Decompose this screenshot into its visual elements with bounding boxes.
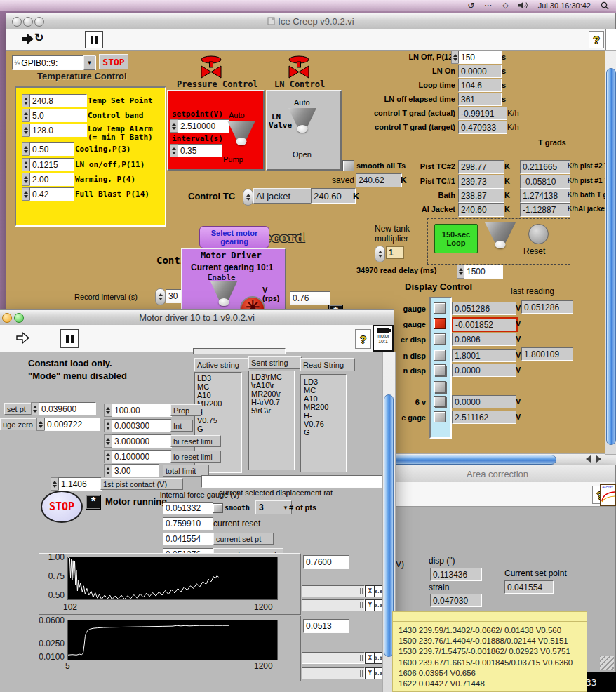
ice-titlebar[interactable]: Ice Creep v9.0.2.vi [6, 13, 615, 29]
cooling-field[interactable]: 0.50 [29, 142, 74, 156]
active-string-header[interactable]: Active string [194, 358, 250, 371]
display-row-toggle[interactable] [434, 396, 446, 407]
pump-auto-knob[interactable] [227, 121, 255, 146]
ice-vscrollbar[interactable] [605, 50, 616, 455]
minimize-button[interactable] [23, 17, 33, 27]
display-row-toggle[interactable] [434, 302, 446, 314]
ln-onoff-label: LN on/off,P(11) [75, 160, 145, 169]
motor-help-button[interactable]: ? [355, 329, 371, 349]
display-row-toggle[interactable] [434, 411, 446, 422]
vi-doc-icon [267, 17, 275, 25]
log-note[interactable]: 1430 239.59/1.3402/-0.0662/ 0.01438 V0.5… [392, 611, 587, 692]
ice-help-button[interactable]: ? [589, 31, 604, 48]
motor-titlebar[interactable]: Motor driver 10 to 1 v9.0.2.vi [0, 310, 394, 326]
ice-stop-button[interactable]: STOP [99, 54, 128, 69]
diamond-icon[interactable]: ◇ [502, 1, 508, 10]
loop-150s-button[interactable]: 150-secLoop [434, 224, 478, 253]
pist-tc2-temp: 298.77 [458, 160, 504, 174]
ln-valve-knob[interactable] [288, 108, 316, 133]
read-string-box[interactable]: LD3 MC A10 MR200 H- V0.76 G [300, 374, 347, 472]
pause-button[interactable] [60, 329, 79, 348]
display-control-title: Display Control [405, 281, 472, 292]
spaces-icon[interactable]: ⋯ [484, 1, 493, 10]
prop-field[interactable]: 100.00 [112, 404, 172, 417]
hi-reset-field[interactable]: 3.000000 [112, 434, 172, 448]
close-button[interactable] [12, 17, 22, 27]
pressure-setpoint-field[interactable]: 2.510000 [178, 119, 229, 133]
run-arrow-icon[interactable] [20, 32, 34, 46]
ln-control-title: LN Control [274, 79, 325, 89]
read-delay-label: 34970 read delay (ms) [356, 266, 436, 274]
displacement-ratio-field[interactable] [201, 475, 382, 488]
display-row-toggle[interactable] [434, 350, 446, 361]
num-pts-dropdown[interactable]: 3▼ [255, 500, 292, 514]
reset-button[interactable] [528, 224, 549, 244]
motor-vi-icon[interactable]: motor 10:1 [373, 325, 394, 352]
display-row-toggle[interactable] [434, 364, 446, 375]
record-interval-spinner[interactable] [155, 288, 166, 305]
spotlight-icon[interactable] [601, 1, 609, 10]
gpib-resource-selector[interactable]: ⅛ GPIB0::9: ▼ [12, 55, 96, 70]
lo-reset-field[interactable]: 0.100000 [112, 450, 172, 463]
velocity-graph-plot[interactable] [67, 557, 278, 600]
zoom-button[interactable] [34, 17, 44, 27]
control-tc-selector[interactable]: Al jacket [253, 188, 315, 204]
low-temp-alarm-field[interactable]: 128.0 [29, 124, 87, 137]
g2-yscale-field[interactable] [302, 667, 365, 679]
sent-string-header[interactable]: Sent string [248, 356, 302, 369]
new-tank-spinner[interactable] [375, 246, 385, 262]
new-tank-value[interactable]: 1 [386, 246, 404, 259]
resize-grip[interactable] [600, 656, 614, 670]
area-titlebar[interactable]: Area correction [380, 465, 615, 483]
int-field[interactable]: 0.000300 [112, 419, 172, 432]
temp-setpoint-field[interactable]: 240.8 [29, 94, 87, 107]
motor-stop-button[interactable]: STOP [41, 491, 83, 523]
run-continuous-icon[interactable]: ↻ [34, 31, 43, 44]
ln-onoff-field[interactable]: 0.1215 [29, 158, 74, 171]
zoom-button[interactable] [14, 313, 24, 323]
area-vi-icon[interactable]: A corr [600, 484, 616, 506]
g1-xscale-field[interactable] [302, 585, 365, 597]
run-arrow-icon[interactable] [15, 331, 29, 345]
display-row-unit: V [516, 319, 521, 328]
pist-tc1-unit: K [504, 177, 510, 185]
pause-button[interactable] [85, 31, 103, 48]
volume-icon[interactable] [518, 1, 528, 9]
select-gearing-button[interactable]: Select motorgearing [199, 226, 269, 248]
control-band-field[interactable]: 5.0 [29, 109, 87, 122]
scroll-right-arrow[interactable] [596, 455, 605, 463]
display-row-toggle[interactable] [434, 381, 446, 392]
control-tc-spinner[interactable] [243, 189, 253, 206]
gpib-dropdown-button[interactable]: ▼ [83, 55, 95, 70]
display-row-value: 2.511162 [452, 411, 516, 424]
scroll-left-arrow[interactable] [582, 455, 591, 463]
smooth-toggle[interactable] [213, 503, 223, 513]
display-row-toggle[interactable] [434, 333, 446, 345]
enable-knob[interactable] [210, 281, 237, 307]
total-limit-field[interactable]: 3.00 [112, 464, 159, 477]
timemachine-icon[interactable]: ↺ [467, 1, 474, 11]
set-pt-field[interactable]: 0.039600 [39, 402, 96, 415]
pist-contact-field[interactable]: 1.1406 [58, 477, 102, 491]
g2-xscale-field[interactable] [302, 652, 365, 664]
pressure-interval-field[interactable]: 0.35 [178, 144, 222, 157]
sent-string-box[interactable]: LD3\rMC \rA10\r MR200\r H-\rV0.7 5\rG\r [248, 371, 295, 470]
g2-ytick-0: 0.0600 [35, 616, 65, 625]
smooth-all-checkbox[interactable] [342, 160, 354, 171]
setpoint-graph-plot[interactable] [67, 620, 278, 660]
motor-running-indicator[interactable]: * [86, 495, 101, 510]
read-string-header[interactable]: Read String [300, 358, 355, 371]
display-row-toggle-active[interactable] [434, 318, 446, 329]
read-delay-field[interactable]: 1500 [464, 265, 503, 279]
gauge-zero-field[interactable]: 0.009722 [44, 418, 100, 431]
minimize-button[interactable] [2, 313, 12, 323]
warming-field[interactable]: 2.00 [29, 173, 74, 186]
ln-off-field[interactable]: 150 [458, 51, 502, 64]
al-jacket-temp: 240.60 [458, 203, 504, 217]
menubar-clock[interactable]: Jul 30 16:30:42 [538, 1, 591, 10]
control-tc-value: 240.60 [311, 188, 356, 204]
g1-yscale-field[interactable] [302, 599, 365, 611]
loop-knob[interactable] [485, 222, 516, 249]
full-blast-field[interactable]: 0.42 [29, 187, 74, 201]
ice-vscroll-thumb[interactable] [606, 68, 616, 445]
